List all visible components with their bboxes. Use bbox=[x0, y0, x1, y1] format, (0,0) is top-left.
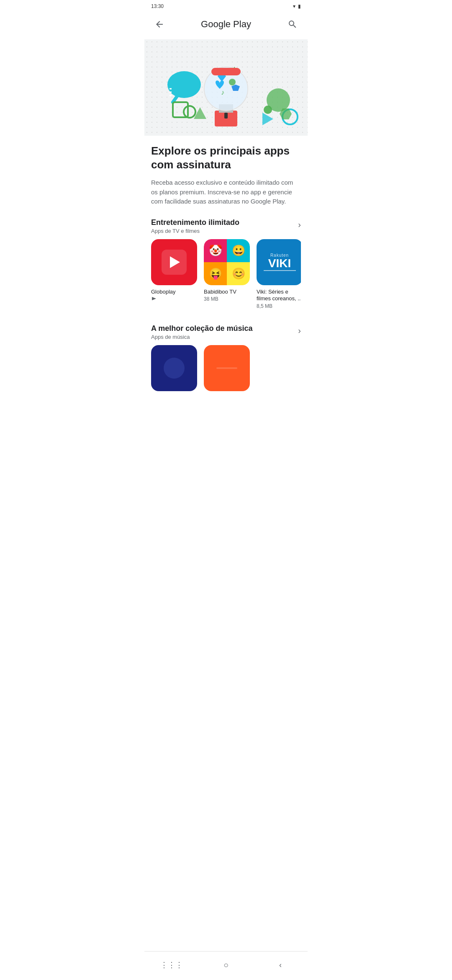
main-title: Explore os principais apps com assinatur… bbox=[151, 144, 301, 171]
wifi-icon: ▾ bbox=[293, 3, 295, 9]
svg-rect-21 bbox=[211, 68, 241, 75]
search-button[interactable] bbox=[284, 16, 301, 33]
viki-underline bbox=[264, 270, 296, 271]
main-content: Explore os principais apps com assinatur… bbox=[144, 136, 308, 312]
music-section-title: A melhor coleção de música bbox=[151, 324, 252, 333]
babidiboo-size: 38 MB bbox=[204, 296, 250, 302]
status-right: ▾ ▮ bbox=[293, 3, 301, 9]
play-triangle-icon bbox=[170, 256, 180, 268]
viki-name: Viki: Séries e filmes coreanos, ... bbox=[257, 289, 301, 303]
app-item-globoplay[interactable]: Globoplay bbox=[151, 239, 197, 309]
entertainment-section-text: Entretenimento ilimitado Apps de TV e fi… bbox=[151, 218, 239, 234]
page-title: Google Play bbox=[201, 19, 251, 30]
svg-point-3 bbox=[167, 71, 201, 98]
music-app-row bbox=[151, 345, 301, 398]
status-left: 13:30 bbox=[151, 3, 164, 9]
svg-rect-13 bbox=[224, 113, 228, 119]
battery-icon: ▮ bbox=[298, 3, 301, 9]
hero-banner: ♪ bbox=[144, 39, 308, 136]
app-item-babidiboo[interactable]: 🤡 😀 😝 😊 Babidiboo TV 38 MB bbox=[204, 239, 250, 309]
globoplay-play-button bbox=[162, 250, 187, 275]
babidiboo-name: Babidiboo TV bbox=[204, 289, 250, 296]
entertainment-section-title: Entretenimento ilimitado bbox=[151, 218, 239, 227]
music-section: A melhor coleção de música Apps de músic… bbox=[144, 324, 308, 398]
entertainment-section-subtitle: Apps de TV e filmes bbox=[151, 228, 239, 234]
music-section-header[interactable]: A melhor coleção de música Apps de músic… bbox=[151, 324, 301, 340]
viki-brand-text: VIKI bbox=[268, 258, 291, 269]
viki-size: 8,5 MB bbox=[257, 303, 301, 309]
music-app-2-icon bbox=[204, 345, 250, 391]
music-app-2[interactable] bbox=[204, 345, 250, 395]
music-app-1-icon bbox=[151, 345, 197, 391]
entertainment-app-row: Globoplay 🤡 😀 😝 😊 Babidiboo TV 38 MB bbox=[151, 239, 301, 313]
babidiboo-icon: 🤡 😀 😝 😊 bbox=[204, 239, 250, 285]
status-bar: 13:30 ▾ ▮ bbox=[144, 0, 308, 11]
viki-icon: Rakuten VIKI bbox=[257, 239, 301, 285]
status-time: 13:30 bbox=[151, 3, 164, 9]
top-bar: Google Play bbox=[144, 11, 308, 39]
entertainment-section-arrow: › bbox=[298, 220, 301, 230]
entertainment-section-header[interactable]: Entretenimento ilimitado Apps de TV e fi… bbox=[151, 218, 301, 234]
main-description: Receba acesso exclusivo e conteúdo ilimi… bbox=[151, 178, 301, 206]
music-section-arrow: › bbox=[298, 326, 301, 335]
svg-marker-27 bbox=[152, 297, 156, 300]
svg-point-18 bbox=[229, 79, 236, 85]
app-item-viki[interactable]: Rakuten VIKI Viki: Séries e filmes corea… bbox=[257, 239, 301, 309]
globoplay-name: Globoplay bbox=[151, 289, 197, 296]
globoplay-icon bbox=[151, 239, 197, 285]
globoplay-badge bbox=[151, 296, 197, 301]
back-button[interactable] bbox=[151, 16, 168, 33]
music-app-1[interactable] bbox=[151, 345, 197, 395]
svg-text:♪: ♪ bbox=[221, 89, 224, 96]
svg-point-26 bbox=[264, 106, 272, 114]
music-section-subtitle: Apps de música bbox=[151, 334, 252, 340]
music-section-text: A melhor coleção de música Apps de músic… bbox=[151, 324, 252, 340]
